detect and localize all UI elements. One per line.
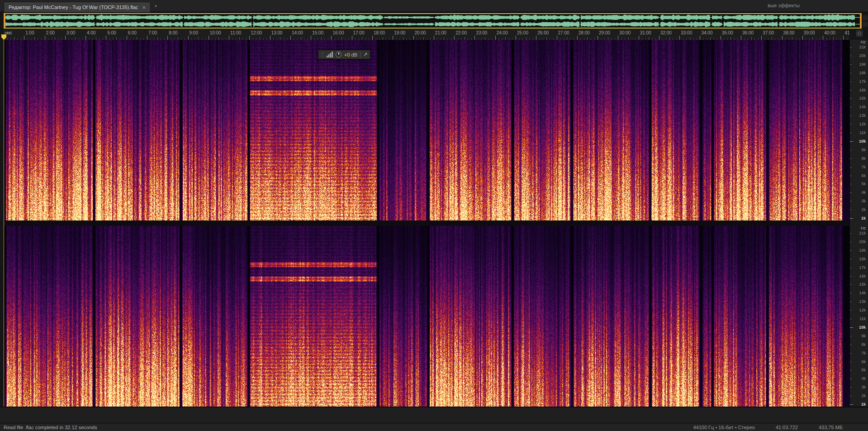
timeline-ruler[interactable]: чмс 1:002:003:004:005:006:007:008:009:00… <box>4 29 849 40</box>
freq-tick <box>850 276 852 277</box>
status-item: 433,75 МБ <box>819 425 843 430</box>
freq-label: 15k <box>859 283 866 287</box>
selection-start-handle[interactable] <box>4 14 5 28</box>
freq-label: 19k <box>859 62 866 67</box>
overview-strip[interactable] <box>4 13 862 29</box>
ruler-mark: 3:00 <box>66 30 75 35</box>
ruler-mark: 19:00 <box>394 30 405 35</box>
freq-tick <box>850 98 852 99</box>
ruler-mark: 4:00 <box>87 30 95 35</box>
volume-knob[interactable] <box>336 52 342 57</box>
freq-label: 10k <box>859 139 866 144</box>
tab-close-icon[interactable]: × <box>142 5 146 10</box>
freq-tick <box>850 124 852 125</box>
frequency-scale-left-channel[interactable]: Hz21k20k19k18k17k16k15k14k13k12k11k10k9k… <box>850 40 868 220</box>
freq-label: 16k <box>859 88 866 92</box>
freq-tick <box>850 370 852 370</box>
freq-label: 13k <box>859 114 866 118</box>
freq-label: 20k <box>859 240 866 244</box>
ruler-mark: 23:00 <box>476 30 487 35</box>
freq-label: 16k <box>859 274 866 278</box>
freq-label: 15k <box>859 96 866 101</box>
freq-label: 21k <box>859 231 866 235</box>
ruler-mark: 18:00 <box>374 30 385 35</box>
ruler-options-button[interactable] <box>856 30 863 37</box>
freq-label: 4k <box>861 377 866 381</box>
tab-list-chevron-icon[interactable]: ▼ <box>154 5 157 8</box>
ruler-mark: 32:00 <box>660 30 672 35</box>
hud-gain-value[interactable]: +0 <box>344 52 350 57</box>
transport-bar: 0:00.000 <box>0 407 868 423</box>
freq-tick <box>850 310 852 311</box>
right-panel-tab-partial[interactable]: вые эффекты <box>768 3 800 8</box>
freq-tick <box>850 201 852 201</box>
ruler-mark: 11:00 <box>230 30 241 35</box>
ruler-mark: 28:00 <box>579 30 590 35</box>
freq-tick <box>850 268 852 268</box>
ruler-mark: 31:00 <box>640 30 651 35</box>
freq-label: 13k <box>859 300 866 304</box>
ruler-mark: 16:00 <box>332 30 344 35</box>
freq-tick <box>850 319 852 319</box>
overview-zoom-in-icon[interactable]: ○ <box>863 15 868 20</box>
ruler-mark: 33:00 <box>681 30 692 35</box>
ruler-mark: 22:00 <box>455 30 467 35</box>
freq-tick <box>850 150 852 150</box>
freq-label: 12k <box>859 122 866 126</box>
overview-canvas[interactable] <box>4 14 862 28</box>
editor-tab[interactable]: Редактор: Paul McCartney - Tug Of War (T… <box>4 2 151 12</box>
freq-label: 21k <box>859 45 866 49</box>
freq-tick <box>850 176 852 176</box>
freq-tick <box>850 107 852 107</box>
ruler-mark: 17:00 <box>353 30 365 35</box>
freq-label: 10k <box>859 326 866 330</box>
ruler-mark: 41:0 <box>844 30 849 35</box>
spectrogram-canvas[interactable] <box>4 40 849 407</box>
selection-end-handle[interactable] <box>860 14 862 28</box>
playhead-line <box>4 40 4 407</box>
editor-tab-label: Редактор: Paul McCartney - Tug Of War (T… <box>9 5 138 10</box>
overview-zoom-out-icon[interactable]: ○ <box>863 22 868 27</box>
hud-gain-unit: dB <box>351 52 357 57</box>
freq-label: 18k <box>859 257 866 261</box>
freq-label: 2k <box>861 208 866 212</box>
freq-label: 14k <box>859 291 866 295</box>
status-item: 44100 Гц • 16-бит • Стерео <box>693 425 755 430</box>
hud-gain-readout[interactable]: +0 dB <box>344 52 357 57</box>
freq-scale-title: Hz <box>861 40 866 44</box>
freq-tick <box>850 158 852 159</box>
ruler-mark: 10:00 <box>210 30 221 35</box>
hud-grip-handle[interactable] <box>321 52 324 57</box>
freq-label: 14k <box>859 105 866 109</box>
ruler-mark: 26:00 <box>537 30 549 35</box>
frequency-scale-column[interactable]: Hz21k20k19k18k17k16k15k14k13k12k11k10k9k… <box>849 40 868 407</box>
ruler-mark: 36:00 <box>742 30 754 35</box>
audition-window: Редактор: Paul McCartney - Tug Of War (T… <box>0 0 868 431</box>
hud-expand-icon[interactable]: ↗ <box>363 52 367 57</box>
freq-tick <box>850 56 852 56</box>
volume-hud[interactable]: +0 dB ↗ <box>318 50 370 59</box>
spectral-display[interactable] <box>4 40 849 407</box>
freq-tick <box>850 64 852 65</box>
editor-tab-bar: Редактор: Paul McCartney - Tug Of War (T… <box>0 0 868 12</box>
freq-label: 8k <box>861 157 866 161</box>
ruler-mark: 34:00 <box>701 30 712 35</box>
freq-tick <box>850 259 852 259</box>
freq-label: 9k <box>861 334 866 338</box>
ruler-mark: 13:00 <box>271 30 283 35</box>
ruler-mark: 30:00 <box>619 30 631 35</box>
freq-tick <box>850 242 852 242</box>
ruler-mark: 27:00 <box>558 30 569 35</box>
freq-label: 3k <box>861 385 866 389</box>
ruler-mark: 21:00 <box>435 30 446 35</box>
freq-label: 3k <box>861 199 866 203</box>
ruler-mark: 38:00 <box>783 30 795 35</box>
ruler-mark: 37:00 <box>763 30 774 35</box>
freq-tick <box>850 362 852 362</box>
frequency-scale-right-channel[interactable]: Hz21k20k19k18k17k16k15k14k13k12k11k10k9k… <box>850 226 868 407</box>
freq-label: 7k <box>861 351 866 355</box>
freq-tick <box>850 90 852 91</box>
freq-tick <box>850 81 852 82</box>
ruler-mark: 5:00 <box>107 30 116 35</box>
ruler-mark: 8:00 <box>169 30 177 35</box>
